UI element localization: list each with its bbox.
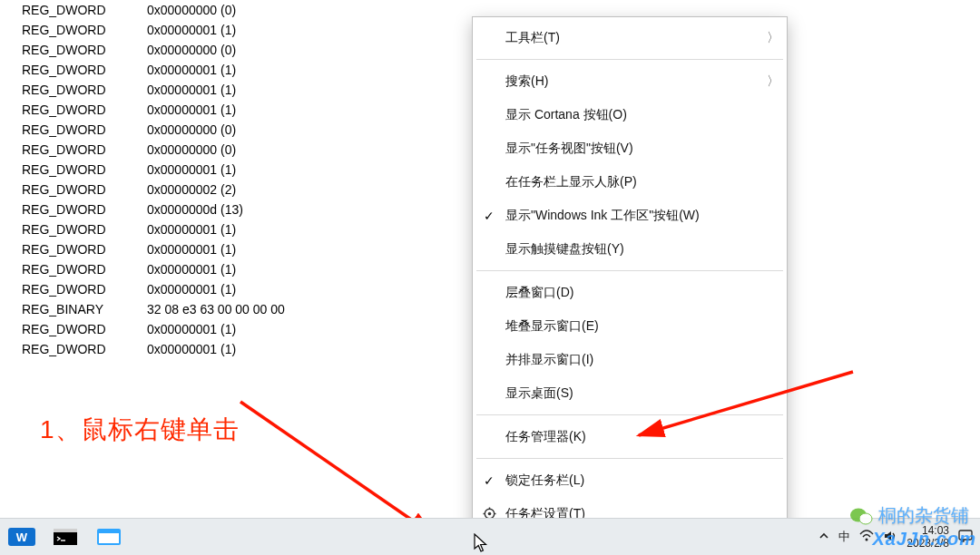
taskbar-item-browser[interactable] — [87, 519, 131, 555]
context-menu-item[interactable]: 搜索(H)〉 — [473, 64, 787, 98]
context-menu-item[interactable]: 任务管理器(K) — [473, 420, 787, 453]
watermark-site: XaJJn.com — [872, 529, 976, 550]
registry-type: REG_DWORD — [22, 339, 147, 359]
context-menu-label: 层叠窗口(D) — [505, 285, 767, 301]
menu-separator — [476, 59, 783, 60]
menu-separator — [476, 458, 783, 459]
registry-row[interactable]: REG_DWORD0x00000000 (0) — [22, 0, 285, 20]
registry-value: 0x00000001 (1) — [147, 319, 236, 339]
registry-row[interactable]: REG_DWORD0x00000001 (1) — [22, 100, 285, 120]
registry-row[interactable]: REG_DWORD0x00000002 (2) — [22, 180, 285, 200]
registry-type: REG_DWORD — [22, 40, 147, 60]
registry-value: 0x00000001 (1) — [147, 20, 236, 40]
context-menu-label: 显示桌面(S) — [505, 385, 767, 402]
registry-value: 32 08 e3 63 00 00 00 00 — [147, 299, 285, 319]
registry-type: REG_BINARY — [22, 299, 147, 319]
registry-type: REG_DWORD — [22, 60, 147, 80]
registry-value: 0x00000001 (1) — [147, 339, 236, 359]
watermark-text: 桐的杂货铺 — [878, 503, 969, 528]
registry-row[interactable]: REG_DWORD0x00000001 (1) — [22, 80, 285, 100]
svg-line-6 — [240, 402, 434, 535]
registry-value: 0x00000001 (1) — [147, 60, 236, 80]
registry-row[interactable]: REG_DWORD0x0000000d (13) — [22, 200, 285, 219]
registry-row[interactable]: REG_DWORD0x00000001 (1) — [22, 20, 285, 40]
context-menu-item[interactable]: ✓显示"Windows Ink 工作区"按钮(W) — [473, 199, 787, 232]
registry-row[interactable]: REG_DWORD0x00000001 (1) — [22, 259, 285, 279]
context-menu-item[interactable]: 显示触摸键盘按钮(Y) — [473, 232, 787, 266]
svg-point-18 — [859, 513, 872, 524]
svg-text:W: W — [16, 531, 28, 544]
registry-row[interactable]: REG_DWORD0x00000001 (1) — [22, 319, 285, 339]
registry-value: 0x00000001 (1) — [147, 160, 236, 180]
svg-point-15 — [866, 538, 868, 540]
registry-row[interactable]: REG_DWORD0x00000000 (0) — [22, 120, 285, 140]
context-menu-label: 搜索(H) — [505, 73, 767, 90]
registry-type: REG_DWORD — [22, 319, 147, 339]
registry-value-list: REG_DWORD0x00000000 (0)REG_DWORD0x000000… — [22, 0, 285, 359]
registry-value: 0x00000001 (1) — [147, 279, 236, 299]
svg-point-1 — [487, 512, 491, 516]
context-menu-item[interactable]: 显示 Cortana 按钮(O) — [473, 98, 787, 131]
context-menu-label: 在任务栏上显示人脉(P) — [505, 174, 767, 190]
registry-type: REG_DWORD — [22, 120, 147, 140]
menu-separator — [476, 414, 783, 415]
context-menu-item[interactable]: 显示桌面(S) — [473, 376, 787, 410]
registry-value: 0x00000001 (1) — [147, 259, 236, 279]
registry-value: 0x00000001 (1) — [147, 80, 236, 100]
context-menu-item[interactable]: 工具栏(T)〉 — [473, 21, 787, 54]
checkmark-icon: ✓ — [473, 209, 505, 223]
registry-type: REG_DWORD — [22, 20, 147, 40]
context-menu-label: 工具栏(T) — [505, 30, 767, 46]
tray-up-icon[interactable] — [818, 531, 829, 544]
registry-row[interactable]: REG_DWORD0x00000001 (1) — [22, 239, 285, 259]
svg-rect-14 — [99, 533, 119, 543]
registry-type: REG_DWORD — [22, 239, 147, 259]
registry-type: REG_DWORD — [22, 259, 147, 279]
registry-value: 0x00000001 (1) — [147, 239, 236, 259]
context-menu-item[interactable]: 在任务栏上显示人脉(P) — [473, 165, 787, 199]
watermark-channel: 桐的杂货铺 — [849, 503, 969, 528]
context-menu-label: 任务管理器(K) — [505, 429, 767, 445]
taskbar-item-terminal[interactable] — [44, 519, 87, 555]
context-menu-label: 显示触摸键盘按钮(Y) — [505, 241, 767, 258]
registry-row[interactable]: REG_DWORD0x00000001 (1) — [22, 160, 285, 180]
context-menu-label: 显示"任务视图"按钮(V) — [505, 141, 767, 157]
context-menu-item[interactable]: 堆叠显示窗口(E) — [473, 309, 787, 343]
svg-rect-11 — [54, 529, 77, 532]
context-menu-label: 锁定任务栏(L) — [505, 472, 767, 489]
registry-type: REG_DWORD — [22, 100, 147, 120]
registry-value: 0x00000002 (2) — [147, 180, 236, 200]
registry-value: 0x00000000 (0) — [147, 0, 236, 20]
registry-value: 0x00000000 (0) — [147, 120, 236, 140]
registry-row[interactable]: REG_DWORD0x00000001 (1) — [22, 339, 285, 359]
registry-type: REG_DWORD — [22, 180, 147, 200]
registry-row[interactable]: REG_DWORD0x00000001 (1) — [22, 219, 285, 239]
wechat-icon — [849, 506, 873, 526]
chevron-right-icon: 〉 — [767, 73, 787, 90]
tray-ime-indicator[interactable]: 中 — [838, 529, 850, 545]
taskbar-item-wps[interactable]: W — [0, 519, 44, 555]
registry-row[interactable]: REG_DWORD0x00000000 (0) — [22, 40, 285, 60]
registry-type: REG_DWORD — [22, 219, 147, 239]
context-menu-item[interactable]: 显示"任务视图"按钮(V) — [473, 131, 787, 165]
registry-row[interactable]: REG_DWORD0x00000001 (1) — [22, 60, 285, 80]
context-menu-label: 堆叠显示窗口(E) — [505, 318, 767, 335]
registry-row[interactable]: REG_DWORD0x00000000 (0) — [22, 140, 285, 160]
registry-value: 0x00000001 (1) — [147, 100, 236, 120]
registry-type: REG_DWORD — [22, 160, 147, 180]
registry-value: 0x00000001 (1) — [147, 219, 236, 239]
annotation-step-1: 1、鼠标右键单击 — [40, 413, 240, 447]
context-menu-label: 显示 Cortana 按钮(O) — [505, 107, 767, 123]
registry-value: 0x0000000d (13) — [147, 200, 243, 219]
context-menu-item[interactable]: ✓锁定任务栏(L) — [473, 463, 787, 497]
registry-type: REG_DWORD — [22, 200, 147, 219]
context-menu-item[interactable]: 层叠窗口(D) — [473, 276, 787, 309]
registry-type: REG_DWORD — [22, 140, 147, 160]
registry-row[interactable]: REG_DWORD0x00000001 (1) — [22, 279, 285, 299]
registry-row[interactable]: REG_BINARY32 08 e3 63 00 00 00 00 — [22, 299, 285, 319]
registry-type: REG_DWORD — [22, 80, 147, 100]
taskbar-context-menu[interactable]: 工具栏(T)〉搜索(H)〉显示 Cortana 按钮(O)显示"任务视图"按钮(… — [472, 16, 788, 535]
checkmark-icon: ✓ — [473, 473, 505, 488]
context-menu-item[interactable]: 并排显示窗口(I) — [473, 343, 787, 376]
context-menu-label: 显示"Windows Ink 工作区"按钮(W) — [505, 208, 767, 224]
